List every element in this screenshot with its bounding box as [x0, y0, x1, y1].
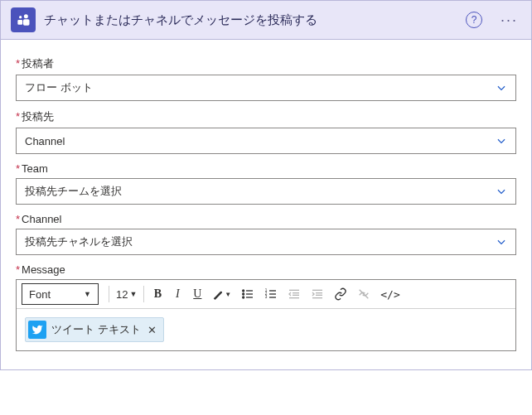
code-view-button[interactable]: </>	[375, 283, 404, 305]
caret-down-icon: ▼	[225, 291, 231, 298]
team-label: *Team	[16, 162, 516, 175]
post-as-label: *投稿者	[16, 56, 516, 71]
font-size-select[interactable]: 12 ▼	[113, 283, 140, 305]
channel-select[interactable]: 投稿先チャネルを選択	[16, 229, 516, 255]
outdent-button[interactable]	[283, 283, 306, 305]
svg-rect-3	[17, 20, 22, 25]
numbered-list-button[interactable]: 123	[259, 283, 283, 305]
team-placeholder: 投稿先チームを選択	[25, 184, 122, 199]
message-editor: Font ▼ 12 ▼ B I U ▼	[16, 279, 516, 351]
post-in-value: Channel	[25, 135, 65, 147]
channel-label: *Channel	[16, 213, 516, 225]
token-label: ツイート テキスト	[51, 322, 141, 337]
italic-button[interactable]: I	[167, 283, 187, 305]
help-icon[interactable]: ?	[466, 12, 482, 28]
chevron-down-icon	[496, 82, 507, 94]
caret-down-icon: ▼	[84, 290, 91, 298]
post-in-label: *投稿先	[16, 109, 516, 124]
message-label: *Message	[16, 263, 516, 276]
unlink-button[interactable]	[352, 283, 375, 305]
underline-button[interactable]: U	[187, 283, 207, 305]
card-header: チャットまたはチャネルでメッセージを投稿する ? ···	[1, 1, 531, 40]
card-title: チャットまたはチャネルでメッセージを投稿する	[44, 12, 457, 28]
bold-button[interactable]: B	[148, 283, 167, 305]
chevron-down-icon	[496, 236, 507, 248]
svg-point-1	[19, 16, 22, 18]
svg-point-6	[243, 293, 244, 295]
rich-text-toolbar: Font ▼ 12 ▼ B I U ▼	[17, 280, 515, 309]
font-color-button[interactable]: ▼	[207, 283, 236, 305]
card-body: *投稿者 フロー ボット *投稿先 Channel *Team 投稿先チームを選…	[1, 40, 531, 369]
svg-rect-2	[23, 19, 30, 25]
indent-button[interactable]	[306, 283, 329, 305]
bulleted-list-button[interactable]	[236, 283, 259, 305]
more-icon[interactable]: ···	[497, 12, 521, 29]
caret-down-icon: ▼	[129, 290, 137, 298]
post-as-select[interactable]: フロー ボット	[16, 75, 516, 101]
font-family-select[interactable]: Font ▼	[22, 283, 99, 305]
post-in-select[interactable]: Channel	[16, 128, 516, 154]
chevron-down-icon	[496, 186, 507, 197]
twitter-icon	[28, 321, 46, 339]
svg-point-0	[24, 14, 28, 18]
message-body[interactable]: ツイート テキスト ✕	[17, 309, 515, 350]
svg-point-8	[243, 297, 244, 298]
svg-point-4	[243, 290, 244, 292]
action-card: チャットまたはチャネルでメッセージを投稿する ? ··· *投稿者 フロー ボッ…	[0, 0, 532, 370]
channel-placeholder: 投稿先チャネルを選択	[25, 234, 133, 249]
token-remove-icon[interactable]: ✕	[146, 324, 158, 336]
toolbar-divider	[109, 286, 109, 302]
toolbar-divider	[143, 286, 144, 302]
post-as-value: フロー ボット	[25, 80, 93, 95]
chevron-down-icon	[496, 135, 507, 147]
dynamic-content-token[interactable]: ツイート テキスト ✕	[25, 317, 164, 342]
svg-text:3: 3	[265, 295, 268, 299]
team-select[interactable]: 投稿先チームを選択	[16, 178, 516, 205]
link-button[interactable]	[329, 283, 352, 305]
teams-icon	[11, 7, 36, 32]
